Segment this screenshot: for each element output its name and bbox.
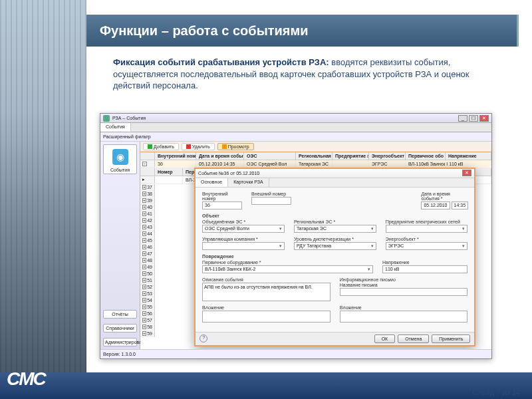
row-expander[interactable]: + 48 [140, 257, 155, 264]
help-icon[interactable]: ? [200, 334, 207, 342]
upk-select[interactable] [202, 242, 285, 250]
row-expander[interactable]: + 40 [140, 204, 155, 211]
ok-button[interactable]: ОК [374, 334, 396, 343]
sidebar-item-reports[interactable]: Отчёты [103, 310, 137, 319]
dialog-tab-main[interactable]: Основное [196, 178, 228, 187]
row-expander[interactable]: + 56 [140, 311, 155, 317]
plus-icon [148, 144, 152, 149]
eye-icon [222, 144, 227, 149]
row-expander[interactable]: + 57 [140, 317, 155, 324]
app-title: РЗА – События [112, 116, 146, 120]
row-expander[interactable]: + 37 [140, 184, 155, 191]
minus-icon [186, 144, 191, 149]
row-expander[interactable]: + 46 [140, 244, 155, 251]
inner-no-field[interactable]: 36 [202, 201, 242, 209]
view-button[interactable]: Просмотр [217, 143, 254, 150]
filter-toolbar: Расширенный фильтр [100, 132, 491, 142]
slide-description: Фиксация событий срабатывания устройств … [113, 57, 472, 92]
app-top-tabs: События [100, 123, 491, 132]
row-expander[interactable]: + 53 [140, 291, 155, 297]
action-toolbar: Добавить Удалить Просмотр [140, 142, 491, 152]
section-damage: Повреждение [202, 254, 467, 259]
maximize-button[interactable]: ☐ [469, 115, 478, 122]
pred-select[interactable] [386, 225, 468, 233]
dialog-tab-cards[interactable]: Карточки РЗА [228, 178, 269, 187]
cancel-button[interactable]: Отмена [398, 334, 429, 343]
slide-title-bar: Функции – работа с событиями [86, 15, 519, 47]
grid1-header: Внутренний номер Дата и время события ОЭ… [140, 152, 491, 160]
dialog-footer: ? ОК Отмена Применить [196, 332, 474, 345]
outer-no-field[interactable] [251, 197, 291, 205]
section-object: Объект [202, 213, 467, 218]
row-expander[interactable]: + 59 [140, 331, 155, 337]
event-dialog: Событие №36 от 05.12.2010 ✕ Основное Кар… [194, 168, 475, 346]
sidebar-item-events[interactable]: ◉ События [103, 144, 137, 174]
letter-name-field[interactable] [340, 288, 468, 296]
row-expander[interactable]: + 39 [140, 198, 155, 204]
time-field[interactable]: 14:35 [452, 201, 469, 209]
row-expander[interactable]: + 54 [140, 297, 155, 304]
slide-number: Слайд 7 из 14 [472, 388, 520, 396]
row-expander[interactable]: + 45 [140, 237, 155, 244]
dialog-title: Событие №36 от 05.12.2010 [198, 171, 259, 176]
minimize-button[interactable]: _ [458, 115, 467, 122]
row-expander[interactable]: + 41 [140, 211, 155, 217]
statusbar: Версия: 1.3.0.0 [100, 349, 491, 358]
app-titlebar: РЗА – События _ ☐ ✕ [100, 114, 491, 123]
reg-select[interactable]: Татарская ЭС [294, 225, 376, 233]
udisp-select[interactable]: РДУ Татарстана [294, 242, 376, 250]
app-icon [103, 115, 110, 122]
event-desc-textarea[interactable]: АПВ не было из-за отсутствия напряжения … [202, 283, 331, 301]
voltage-field[interactable]: 110 кВ [382, 265, 467, 273]
row-expander[interactable]: + 52 [140, 284, 155, 291]
tab-events[interactable]: События [100, 123, 131, 132]
close-button[interactable]: ✕ [479, 115, 489, 122]
row-expander[interactable]: + 51 [140, 277, 155, 284]
eobj-select[interactable]: ЭГРЭС [386, 242, 468, 250]
bg-overlay [0, 0, 86, 372]
row-expander[interactable]: + 42 [140, 217, 155, 224]
app-sidebar: ◉ События Отчёты Справочники Администрир… [100, 142, 140, 349]
filter-label[interactable]: Расширенный фильтр [103, 134, 151, 139]
add-button[interactable]: Добавить [143, 143, 179, 150]
dialog-tabs: Основное Карточки РЗА [196, 178, 474, 188]
row-expander[interactable]: + 50 [140, 271, 155, 277]
dialog-titlebar: Событие №36 от 05.12.2010 ✕ [196, 169, 474, 178]
collapse-icon[interactable]: − [142, 162, 147, 166]
slide-title: Функции – работа с событиями [100, 23, 309, 39]
version-label: Версия: 1.3.0.0 [103, 352, 136, 356]
prim-eq-select[interactable]: ВЛ-110кВ Заинск КБК-2 [202, 265, 373, 273]
dialog-body: Внутренний номер36 Внешний номер Дата и … [196, 188, 474, 332]
apply-button[interactable]: Применить [432, 334, 470, 343]
row-expander[interactable]: + 44 [140, 231, 155, 237]
attach-field-1[interactable] [202, 311, 331, 323]
row-expander[interactable]: + 49 [140, 264, 155, 271]
row-expander[interactable]: + 55 [140, 304, 155, 311]
globe-icon: ◉ [112, 149, 128, 165]
sidebar-item-label: События [105, 168, 135, 172]
row-expander[interactable]: + 38 [140, 191, 155, 198]
sidebar-item-admin[interactable]: Администрирование [103, 338, 137, 346]
date-field[interactable]: 05.12.2010 [421, 201, 450, 209]
sidebar-item-refs[interactable]: Справочники [103, 324, 137, 332]
logo: CMC [7, 368, 45, 390]
delete-button[interactable]: Удалить [182, 143, 215, 150]
row-expander[interactable]: + 43 [140, 224, 155, 231]
app-window: РЗА – События _ ☐ ✕ События Расширенный … [100, 113, 492, 359]
footer-bar [0, 372, 532, 399]
row-expander[interactable]: + 47 [140, 251, 155, 257]
row-expander[interactable]: + 58 [140, 324, 155, 331]
attach-field-2[interactable] [340, 311, 468, 323]
oes-select[interactable]: ОЭС Средней Волги [202, 225, 285, 233]
dialog-close-button[interactable]: ✕ [462, 170, 471, 176]
